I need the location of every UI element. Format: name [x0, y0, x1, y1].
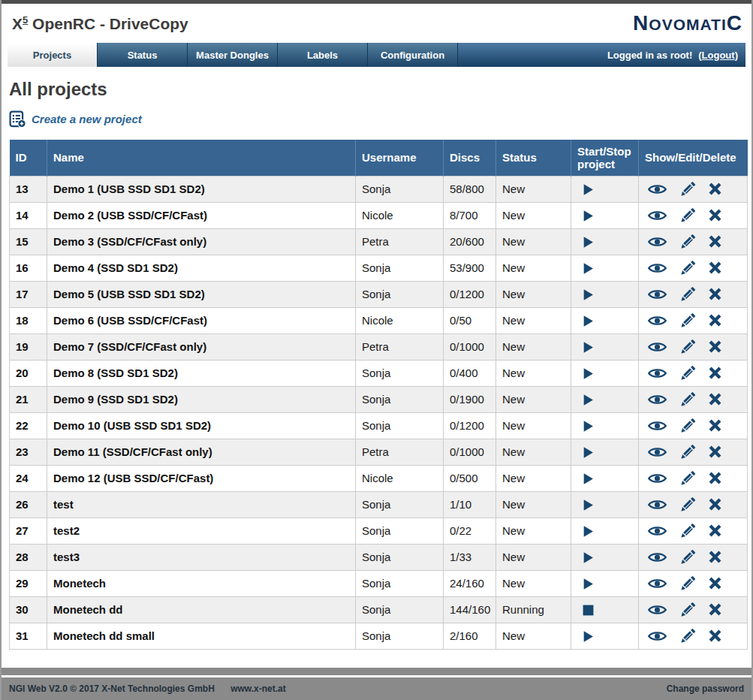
- delete-project-button[interactable]: [709, 419, 721, 432]
- delete-project-button[interactable]: [709, 288, 721, 300]
- edit-project-button[interactable]: [679, 391, 696, 408]
- footer-version-text: NGI Web V2.0 © 2017 X-Net Technologies G…: [9, 683, 215, 694]
- edit-project-button[interactable]: [679, 575, 696, 592]
- tab-master-dongles[interactable]: Master Dongles: [188, 43, 278, 67]
- edit-project-button[interactable]: [679, 260, 696, 276]
- stop-project-button[interactable]: [582, 604, 595, 617]
- start-project-button[interactable]: [582, 262, 595, 275]
- start-project-button[interactable]: [582, 394, 595, 406]
- show-project-button[interactable]: [648, 420, 667, 432]
- project-status: New: [496, 360, 571, 386]
- show-project-button[interactable]: [648, 236, 667, 248]
- pencil-icon: [679, 365, 696, 382]
- project-status: New: [496, 176, 571, 202]
- delete-project-button[interactable]: [709, 183, 721, 195]
- project-username: Sonja: [356, 544, 444, 570]
- project-status: New: [496, 517, 571, 544]
- edit-project-button[interactable]: [679, 234, 696, 250]
- start-project-button[interactable]: [582, 367, 595, 380]
- start-project-button[interactable]: [582, 315, 595, 327]
- start-project-button[interactable]: [582, 446, 595, 459]
- show-project-button[interactable]: [648, 288, 667, 300]
- delete-x-icon: [709, 393, 721, 406]
- delete-project-button[interactable]: [709, 445, 721, 458]
- edit-project-button[interactable]: [679, 549, 696, 566]
- delete-project-button[interactable]: [709, 551, 721, 563]
- show-project-button[interactable]: [648, 394, 667, 406]
- delete-project-button[interactable]: [709, 498, 721, 511]
- tab-status[interactable]: Status: [98, 43, 188, 67]
- show-project-button[interactable]: [648, 183, 667, 195]
- project-name: Demo 12 (USB SSD/CF/CFast): [47, 465, 356, 491]
- edit-project-button[interactable]: [679, 470, 696, 487]
- delete-project-button[interactable]: [709, 524, 721, 537]
- start-project-button[interactable]: [582, 499, 595, 511]
- show-project-button[interactable]: [648, 578, 667, 590]
- edit-project-button[interactable]: [679, 181, 696, 198]
- pencil-icon: [679, 286, 696, 303]
- start-project-button[interactable]: [582, 236, 595, 249]
- edit-project-button[interactable]: [679, 602, 696, 618]
- edit-project-button[interactable]: [679, 286, 696, 303]
- start-project-button[interactable]: [582, 183, 595, 196]
- start-project-button[interactable]: [582, 578, 595, 590]
- delete-project-button[interactable]: [709, 235, 721, 248]
- show-project-button[interactable]: [648, 604, 667, 616]
- create-project-icon[interactable]: [9, 110, 26, 128]
- change-password-link[interactable]: Change password: [667, 683, 744, 694]
- footer-site-link[interactable]: www.x-net.at: [230, 683, 286, 694]
- delete-x-icon: [709, 472, 721, 484]
- delete-project-button[interactable]: [709, 603, 721, 616]
- show-project-button[interactable]: [648, 262, 667, 274]
- show-project-button[interactable]: [648, 525, 667, 537]
- delete-project-button[interactable]: [709, 209, 721, 222]
- start-project-button[interactable]: [582, 630, 595, 643]
- delete-project-button[interactable]: [709, 367, 721, 379]
- start-project-button[interactable]: [582, 551, 595, 564]
- edit-project-button[interactable]: [679, 207, 696, 224]
- edit-project-button[interactable]: [679, 444, 696, 460]
- delete-project-button[interactable]: [709, 629, 721, 642]
- project-discs: 0/400: [444, 360, 496, 386]
- col-header-name: Name: [47, 140, 356, 176]
- show-project-button[interactable]: [648, 551, 667, 563]
- show-project-button[interactable]: [648, 210, 667, 222]
- logout-link[interactable]: Logout: [702, 50, 735, 61]
- delete-project-button[interactable]: [709, 340, 721, 353]
- play-icon: [582, 315, 595, 327]
- edit-project-button[interactable]: [679, 523, 696, 539]
- delete-project-button[interactable]: [709, 472, 721, 484]
- start-project-button[interactable]: [582, 210, 595, 222]
- edit-project-button[interactable]: [679, 628, 696, 644]
- start-project-button[interactable]: [582, 472, 595, 485]
- create-project-link[interactable]: Create a new project: [32, 113, 142, 125]
- start-project-button[interactable]: [582, 288, 595, 301]
- delete-project-button[interactable]: [709, 314, 721, 327]
- edit-project-button[interactable]: [679, 496, 696, 513]
- project-discs: 20/600: [444, 228, 496, 255]
- app-header: X5 OpenRC - DriveCopy NOVOMATIC: [2, 4, 751, 43]
- tab-labels[interactable]: Labels: [278, 43, 368, 67]
- start-project-button[interactable]: [582, 341, 595, 354]
- delete-project-button[interactable]: [709, 261, 721, 274]
- edit-project-button[interactable]: [679, 418, 696, 434]
- start-project-button[interactable]: [582, 420, 595, 433]
- project-username: Sonja: [356, 570, 444, 596]
- delete-project-button[interactable]: [709, 577, 721, 590]
- tab-configuration[interactable]: Configuration: [368, 43, 458, 67]
- edit-project-button[interactable]: [679, 339, 696, 355]
- show-project-button[interactable]: [648, 499, 667, 511]
- tab-projects[interactable]: Projects: [8, 43, 98, 67]
- edit-project-button[interactable]: [679, 312, 696, 329]
- pencil-icon: [679, 418, 696, 434]
- show-project-button[interactable]: [648, 630, 667, 642]
- delete-project-button[interactable]: [709, 393, 721, 406]
- show-project-button[interactable]: [648, 472, 667, 484]
- play-icon: [582, 578, 595, 590]
- show-project-button[interactable]: [648, 341, 667, 353]
- show-project-button[interactable]: [648, 315, 667, 327]
- show-project-button[interactable]: [648, 367, 667, 379]
- start-project-button[interactable]: [582, 525, 595, 538]
- show-project-button[interactable]: [648, 446, 667, 458]
- edit-project-button[interactable]: [679, 365, 696, 382]
